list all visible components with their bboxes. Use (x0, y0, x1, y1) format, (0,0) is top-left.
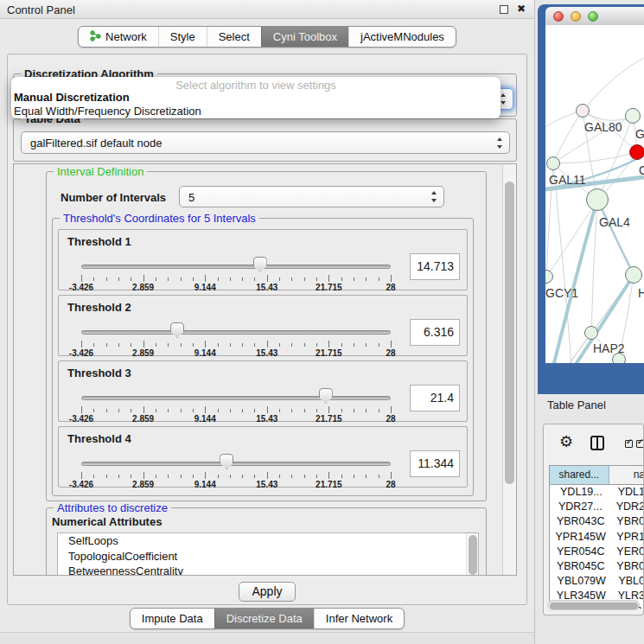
dropdown-hint: Select algorithm to view settings (11, 77, 501, 91)
list-scrollbar[interactable] (466, 533, 478, 576)
tab-select[interactable]: Select (207, 27, 261, 47)
threshold-slider[interactable]: -3.4262.8599.14415.4321.71528 (81, 427, 391, 488)
network-node-label: GAL11 (549, 173, 586, 187)
column-header-name[interactable]: na (609, 466, 644, 484)
table-row[interactable]: YER054CYER0 (550, 545, 644, 559)
slider-thumb[interactable] (253, 257, 267, 272)
network-node[interactable] (629, 144, 644, 160)
column-header-shared-name[interactable]: shared... (550, 466, 609, 484)
number-of-intervals-label: Number of Intervals (61, 191, 166, 204)
tab-infer-network[interactable]: Infer Network (314, 609, 404, 628)
threshold-4-row: Threshold 4 -3.4262.8599.14415.4321.7152… (58, 426, 468, 488)
tab-jactivemnodules[interactable]: jActiveMNodules (348, 27, 456, 47)
close-traffic-light[interactable] (553, 11, 564, 22)
control-panel: Control Panel ✖ Network Style Select (0, 0, 535, 644)
network-node[interactable] (576, 104, 590, 118)
cell-shared-name: YDR27... (550, 500, 611, 514)
network-node-label: C (639, 163, 644, 177)
slider-track[interactable] (81, 330, 391, 335)
columns-icon[interactable] (590, 436, 604, 450)
threshold-value-field[interactable]: 14.713 (410, 253, 460, 280)
network-node-label: GA (635, 127, 644, 141)
table-row[interactable]: YDR27...YDR2 (550, 500, 644, 514)
cyni-toolbox-panel: Discretization Algorithm Select algorith… (7, 54, 527, 605)
threshold-slider[interactable]: -3.4262.8599.14415.4321.71528 (81, 296, 391, 357)
cell-name: YDR2 (611, 500, 644, 514)
interval-definition-group: Interval Definition Number of Intervals … (46, 171, 487, 501)
dropdown-item-manual[interactable]: Manual Discretization (11, 91, 501, 105)
algorithm-dropdown-popup: Select algorithm to view settings Manual… (11, 77, 501, 118)
threshold-slider[interactable]: -3.4262.8599.14415.4321.71528 (81, 230, 391, 291)
table-row[interactable]: YPR145WYPR1 (550, 530, 644, 545)
attribute-item[interactable]: SelfLoops (58, 533, 478, 549)
table-row[interactable]: YBL079WYBL0 (550, 574, 644, 589)
network-node[interactable] (584, 326, 598, 340)
table-panel: ⚙ shared... na YDL19...YDL1YDR27...YDR2Y… (543, 424, 644, 615)
cell-shared-name: YDL19... (550, 485, 613, 500)
zoom-traffic-light[interactable] (588, 11, 598, 22)
cell-shared-name: YER054C (550, 545, 611, 559)
footer-divider (0, 632, 534, 644)
network-window-titlebar (545, 7, 644, 26)
control-panel-titlebar: Control Panel ✖ (0, 0, 534, 19)
tab-label: Cyni Toolbox (273, 30, 337, 43)
table-data-combobox[interactable]: galFiltered.sif default node (21, 131, 510, 154)
slider-tick-labels: -3.4262.8599.14415.4321.71528 (81, 283, 391, 293)
network-canvas[interactable]: GAL80GACGAL11GAL4GCY1HHAP2 (545, 25, 644, 363)
table-row[interactable]: YDL19...YDL1 (550, 485, 644, 500)
table-row[interactable]: YBR045CYBR0 (550, 559, 644, 574)
network-node[interactable] (586, 188, 609, 211)
attribute-item[interactable]: BetweennessCentrality (58, 564, 478, 576)
table-horizontal-scrollbar[interactable] (547, 600, 640, 610)
scrollbar-thumb[interactable] (550, 603, 638, 609)
tab-label: Infer Network (326, 612, 392, 625)
cell-name: YER0 (611, 545, 644, 559)
combo-arrows-icon (497, 137, 503, 150)
thresholds-coordinates-group: Threshold's Coordinates for 5 Intervals … (52, 218, 474, 496)
pane-scrollbar[interactable] (502, 164, 516, 575)
checkbox-icon[interactable] (636, 440, 644, 448)
network-node[interactable] (625, 266, 642, 284)
checkbox-icon[interactable] (625, 440, 633, 448)
attribute-item[interactable]: TopologicalCoefficient (58, 549, 478, 564)
close-icon[interactable]: ✖ (517, 3, 526, 15)
network-node[interactable] (612, 353, 626, 363)
table-row[interactable]: YBR043CYBR0 (550, 514, 644, 529)
slider-ticks (81, 472, 391, 479)
apply-button[interactable]: Apply (239, 582, 296, 602)
network-node-label: GCY1 (545, 286, 578, 300)
threshold-slider[interactable]: -3.4262.8599.14415.4321.71528 (81, 361, 391, 423)
tab-label: Discretize Data (226, 612, 303, 625)
slider-thumb[interactable] (170, 322, 184, 338)
tab-impute-data[interactable]: Impute Data (131, 609, 214, 628)
tab-style[interactable]: Style (158, 27, 207, 47)
slider-track[interactable] (81, 396, 391, 400)
dropdown-item-equal-width[interactable]: Equal Width/Frequency Discretization (11, 105, 501, 118)
minimize-traffic-light[interactable] (571, 11, 581, 22)
float-window-icon[interactable] (500, 5, 508, 14)
tab-network[interactable]: Network (79, 27, 158, 47)
gear-icon[interactable]: ⚙ (559, 434, 573, 450)
tab-discretize-data[interactable]: Discretize Data (214, 609, 314, 628)
scrollbar-thumb[interactable] (505, 182, 514, 484)
panel-title: Control Panel (7, 3, 75, 16)
cell-shared-name: YPR145W (550, 530, 611, 545)
tab-cyni-toolbox[interactable]: Cyni Toolbox (261, 27, 348, 47)
tab-label: Select (219, 30, 250, 43)
threshold-value-field[interactable]: 21.4 (410, 385, 460, 411)
group-title: Interval Definition (54, 165, 147, 178)
cell-name: YDL1 (613, 485, 644, 500)
network-node[interactable] (546, 156, 560, 170)
slider-ticks (81, 406, 391, 413)
numerical-attributes-label: Numerical Attributes (52, 515, 162, 528)
number-of-intervals-combobox[interactable]: 5 (179, 186, 444, 207)
slider-ticks (81, 341, 391, 348)
scrollbar-thumb[interactable] (469, 535, 477, 575)
network-node[interactable] (625, 108, 641, 124)
slider-track[interactable] (81, 265, 391, 269)
threshold-value-field[interactable]: 11.344 (410, 450, 460, 477)
slider-thumb[interactable] (319, 388, 333, 404)
slider-track[interactable] (81, 462, 391, 466)
slider-thumb[interactable] (220, 454, 233, 469)
threshold-value-field[interactable]: 6.316 (410, 319, 460, 346)
